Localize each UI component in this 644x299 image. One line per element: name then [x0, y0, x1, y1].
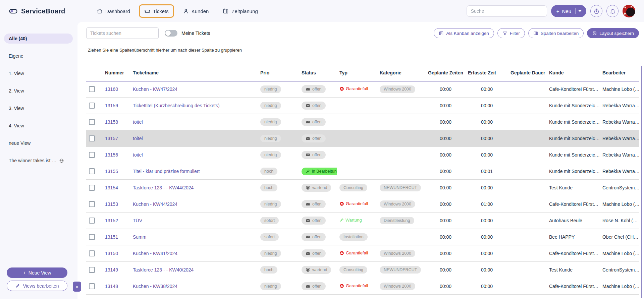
neu-button[interactable]: + Neu	[551, 5, 586, 17]
ticket-name-link[interactable]: Kuchen - KW47/2024	[133, 86, 177, 92]
status-badge: offen	[302, 200, 326, 208]
table-scrollbar[interactable]	[641, 66, 642, 298]
status-cell: offen	[299, 130, 337, 147]
tickets-search-input[interactable]	[86, 27, 159, 39]
prio-badge: hoch	[260, 184, 277, 192]
ticket-number-link[interactable]: 13154	[105, 185, 118, 190]
row-checkbox[interactable]	[89, 283, 95, 289]
sidebar-view-item[interactable]: Eigene	[4, 51, 73, 61]
ticket-name-link[interactable]: toitel	[133, 136, 143, 141]
row-checkbox[interactable]	[89, 103, 95, 109]
nav-item-tickets[interactable]: Tickets	[139, 4, 174, 18]
group-by-dropzone[interactable]: Ziehen Sie eine Spaltenüberschrift hierh…	[88, 48, 644, 53]
user-avatar[interactable]	[623, 5, 635, 17]
kunde-cell: Kunde mit Sonderzeic…	[546, 163, 600, 180]
ticket-number-link[interactable]: 13150	[105, 251, 118, 256]
column-header-kunde[interactable]: Kunde	[546, 65, 600, 81]
ticket-number-link[interactable]: 13156	[105, 152, 118, 158]
toolbar-button-spalten-bearbeiten[interactable]: Spalten bearbeiten	[528, 28, 584, 38]
row-checkbox[interactable]	[89, 267, 95, 273]
status-badge: in Bearbeitung	[302, 168, 337, 175]
column-header-geplante-zeiten[interactable]: Geplante Zeiten	[425, 65, 465, 81]
notifications-button[interactable]	[606, 5, 619, 17]
ticket-name-link[interactable]: Taskforce 123 - - KW40/2024	[133, 267, 194, 273]
kategorie-badge: Windows 2000	[380, 283, 415, 290]
sidebar-view-item[interactable]: 2. View	[4, 86, 73, 96]
column-header-typ[interactable]: Typ	[337, 65, 377, 81]
status-cell: offen	[299, 196, 337, 213]
nummer-cell: 13154	[102, 180, 130, 196]
column-header-prio[interactable]: Prio	[258, 65, 299, 81]
row-checkbox[interactable]	[89, 201, 95, 207]
status-badge: offen	[302, 151, 326, 159]
row-checkbox[interactable]	[89, 119, 95, 125]
ticket-number-link[interactable]: 13151	[105, 234, 118, 240]
column-header-ticketname[interactable]: Ticketname	[130, 65, 258, 81]
ticket-name-link[interactable]: Kuchen - KW38/2024	[133, 284, 177, 289]
column-header-bearbeiter[interactable]: Bearbeiter	[600, 65, 639, 81]
column-header-erfasste-zeit[interactable]: Erfasste Zeit	[465, 65, 508, 81]
ticket-number-link[interactable]: 13155	[105, 169, 118, 174]
status-label: offen	[312, 202, 322, 206]
column-header-nummer[interactable]: Nummer	[102, 65, 130, 81]
ticketname-cell: Tickettitel (Kurzbeschreibung des Ticket…	[130, 98, 258, 114]
ticket-number-link[interactable]: 13160	[105, 86, 118, 92]
ticket-number-link[interactable]: 13152	[105, 218, 118, 223]
toolbar-button-label: Spalten bearbeiten	[541, 31, 579, 36]
sidebar-view-item[interactable]: 3. View	[4, 103, 73, 113]
geplante-dauer-cell	[508, 147, 546, 163]
row-checkbox[interactable]	[89, 185, 95, 191]
ticket-name-link[interactable]: TÜV	[133, 218, 142, 223]
toolbar-button-filter[interactable]: Filter	[497, 28, 525, 38]
ticket-name-link[interactable]: Titel - klar und präzise formuliert	[133, 169, 200, 174]
timer-button[interactable]	[590, 5, 602, 17]
sidebar-collapse-button[interactable]: «	[73, 282, 81, 292]
ticket-name-link[interactable]: Kuchen - KW41/2024	[133, 251, 177, 256]
nav-item-dashboard[interactable]: Dashboard	[91, 4, 135, 18]
views-bearbeiten-button[interactable]: Views bearbeiten	[7, 281, 67, 291]
row-checkbox[interactable]	[89, 218, 95, 224]
meine-tickets-toggle[interactable]	[165, 30, 177, 37]
ticket-number-link[interactable]: 13153	[105, 201, 118, 207]
nummer-cell: 13160	[102, 81, 130, 98]
row-checkbox[interactable]	[89, 168, 95, 174]
row-checkbox[interactable]	[89, 86, 95, 92]
row-checkbox[interactable]	[89, 135, 95, 141]
column-header-status[interactable]: Status	[299, 65, 337, 81]
ticket-name-link[interactable]: Kuchen - KW44/2024	[133, 201, 177, 207]
ticket-number-link[interactable]: 13158	[105, 119, 118, 125]
sidebar-view-item[interactable]: 4. View	[4, 121, 73, 131]
neue-view-button[interactable]: + Neue View	[7, 267, 67, 278]
nav-item-kunden[interactable]: Kunden	[177, 4, 214, 18]
ticketname-cell: toitel	[130, 147, 258, 163]
ticket-name-link[interactable]: Summ	[133, 234, 146, 240]
ticket-name-link[interactable]: toitel	[133, 119, 143, 125]
ticket-number-link[interactable]: 13157	[105, 136, 118, 141]
column-header-geplante-dauer[interactable]: Geplante Dauer	[508, 65, 546, 81]
serviceboard-logo-icon	[9, 7, 18, 16]
sidebar-view-item[interactable]: 1. View	[4, 68, 73, 78]
geplante-dauer-cell	[508, 130, 546, 147]
toolbar-button-als-kanban-anzeigen[interactable]: Als Kanban anzeigen	[434, 28, 494, 38]
row-checkbox[interactable]	[89, 250, 95, 256]
ticket-number-link[interactable]: 13149	[105, 267, 118, 273]
ticket-name-link[interactable]: Tickettitel (Kurzbeschreibung des Ticket…	[133, 103, 220, 108]
global-search-input[interactable]	[467, 5, 547, 17]
typ-label: Consulting	[343, 268, 363, 272]
toolbar-button-layout-speichern[interactable]: Layout speichern	[587, 28, 639, 38]
nav-item-zeitplanung[interactable]: Zeitplanung	[217, 4, 263, 18]
sidebar-view-item[interactable]: neue View	[4, 138, 73, 148]
row-checkbox[interactable]	[89, 234, 95, 240]
typ-cell	[337, 147, 377, 163]
erfasste-zeit-cell: 00:00	[465, 81, 508, 98]
column-header-kategorie[interactable]: Kategorie	[377, 65, 425, 81]
geplante-dauer-cell	[508, 81, 546, 98]
sidebar-view-item[interactable]: Alle (40)	[4, 34, 73, 44]
ticket-name-link[interactable]: Taskforce 123 - - KW44/2024	[133, 185, 194, 190]
row-checkbox[interactable]	[89, 152, 95, 158]
ticket-number-link[interactable]: 13148	[105, 284, 118, 289]
ticket-number-link[interactable]: 13159	[105, 103, 118, 108]
ticket-row: 13154Taskforce 123 - - KW44/2024hochwart…	[86, 180, 639, 196]
ticket-name-link[interactable]: toitel	[133, 152, 143, 158]
sidebar-view-item[interactable]: The winner takes ist …	[4, 156, 73, 166]
